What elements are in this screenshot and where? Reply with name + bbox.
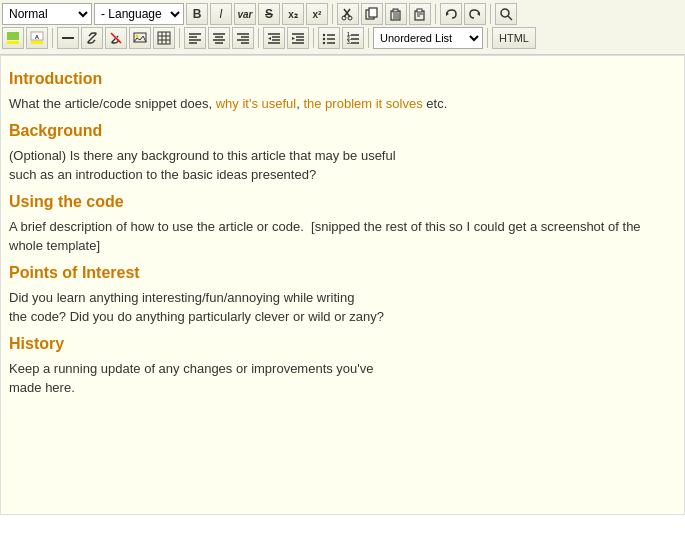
search-icon (499, 7, 513, 21)
copy-icon (365, 7, 379, 21)
html-button[interactable]: HTML (492, 27, 536, 49)
paste-plain-icon (413, 7, 427, 21)
undo-icon (444, 7, 458, 21)
strikethrough-button[interactable]: S (258, 3, 280, 25)
bold-button[interactable]: B (186, 3, 208, 25)
toolbar-sep-6 (258, 28, 259, 48)
indent-button[interactable] (287, 27, 309, 49)
hr-icon (61, 31, 75, 45)
toolbar-sep-3 (490, 4, 491, 24)
language-select[interactable]: - Language - C++ C# Java Python (94, 3, 184, 25)
svg-rect-5 (369, 8, 377, 17)
list-ordered-button[interactable]: 1. 2. 3. (342, 27, 364, 49)
svg-rect-7 (393, 9, 398, 12)
section-points-of-interest: Points of Interest Did you learn anythin… (9, 264, 676, 327)
align-left-button[interactable] (184, 27, 206, 49)
highlight-button[interactable]: A (26, 27, 48, 49)
highlight-icon: A (30, 31, 44, 45)
var-button[interactable]: var (234, 3, 256, 25)
svg-text:A: A (35, 34, 40, 40)
align-center-icon (212, 31, 226, 45)
list-unordered-button[interactable] (318, 27, 340, 49)
align-right-icon (236, 31, 250, 45)
superscript-button[interactable]: x² (306, 3, 328, 25)
color-bg-button[interactable] (2, 27, 24, 49)
svg-point-59 (323, 38, 325, 40)
list-unordered-icon (322, 31, 336, 45)
indent-icon (291, 31, 305, 45)
introduction-text-highlight-2: the problem it solves (303, 96, 422, 111)
hr-button[interactable] (57, 27, 79, 49)
history-heading: History (9, 335, 676, 353)
toolbar-sep-5 (179, 28, 180, 48)
copy-button[interactable] (361, 3, 383, 25)
cut-button[interactable] (337, 3, 359, 25)
svg-text:3.: 3. (347, 39, 352, 45)
points-heading: Points of Interest (9, 264, 676, 282)
svg-point-17 (501, 9, 509, 17)
search-button[interactable] (495, 3, 517, 25)
introduction-body[interactable]: What the article/code snippet does, why … (9, 94, 676, 114)
introduction-text-highlight-1: why it's useful (216, 96, 297, 111)
style-select[interactable]: Normal Heading 1 Heading 2 Heading 3 Pre (2, 3, 92, 25)
svg-marker-51 (268, 37, 271, 40)
toolbar-sep-9 (487, 28, 488, 48)
image-button[interactable] (129, 27, 151, 49)
outdent-button[interactable] (263, 27, 285, 49)
toolbar-row-1: Normal Heading 1 Heading 2 Heading 3 Pre… (2, 3, 683, 25)
toolbar-sep-1 (332, 4, 333, 24)
toolbar-sep-4 (52, 28, 53, 48)
align-center-button[interactable] (208, 27, 230, 49)
list-ordered-icon: 1. 2. 3. (346, 31, 360, 45)
paste-plain-button[interactable] (409, 3, 431, 25)
svg-rect-19 (7, 32, 19, 40)
toolbar: Normal Heading 1 Heading 2 Heading 3 Pre… (0, 0, 685, 55)
toolbar-sep-7 (313, 28, 314, 48)
svg-rect-20 (7, 41, 19, 44)
align-right-button[interactable] (232, 27, 254, 49)
history-body[interactable]: Keep a running update of any changes or … (9, 359, 676, 398)
link-icon (85, 31, 99, 45)
redo-button[interactable] (464, 3, 486, 25)
align-left-icon (188, 31, 202, 45)
section-background: Background (Optional) Is there any backg… (9, 122, 676, 185)
points-body[interactable]: Did you learn anything interesting/fun/a… (9, 288, 676, 327)
svg-rect-12 (417, 9, 422, 12)
cut-icon (341, 7, 355, 21)
table-icon (157, 31, 171, 45)
svg-rect-30 (158, 32, 170, 44)
svg-marker-56 (292, 37, 295, 40)
list-type-select[interactable]: Unordered List Ordered List (373, 27, 483, 49)
color-bg-icon (6, 31, 20, 45)
section-introduction: Introduction What the article/code snipp… (9, 70, 676, 114)
svg-line-25 (90, 36, 94, 40)
toolbar-sep-8 (368, 28, 369, 48)
svg-point-29 (136, 35, 139, 38)
italic-button[interactable]: I (210, 3, 232, 25)
paste-icon (389, 7, 403, 21)
section-using-the-code: Using the code A brief description of ho… (9, 193, 676, 256)
content-area: Introduction What the article/code snipp… (0, 55, 685, 515)
paste-button[interactable] (385, 3, 407, 25)
toolbar-sep-2 (435, 4, 436, 24)
image-icon (133, 31, 147, 45)
introduction-heading: Introduction (9, 70, 676, 88)
link-button[interactable] (81, 27, 103, 49)
toolbar-row-2: A (2, 27, 683, 49)
unlink-button[interactable] (105, 27, 127, 49)
undo-button[interactable] (440, 3, 462, 25)
unlink-icon (109, 31, 123, 45)
outdent-icon (267, 31, 281, 45)
background-heading: Background (9, 122, 676, 140)
table-button[interactable] (153, 27, 175, 49)
svg-line-18 (508, 16, 512, 20)
section-history: History Keep a running update of any cha… (9, 335, 676, 398)
redo-icon (468, 7, 482, 21)
using-heading: Using the code (9, 193, 676, 211)
svg-point-61 (323, 42, 325, 44)
using-body[interactable]: A brief description of how to use the ar… (9, 217, 676, 256)
subscript-button[interactable]: x₂ (282, 3, 304, 25)
svg-rect-22 (31, 41, 43, 44)
background-body[interactable]: (Optional) Is there any background to th… (9, 146, 676, 185)
svg-point-57 (323, 34, 325, 36)
